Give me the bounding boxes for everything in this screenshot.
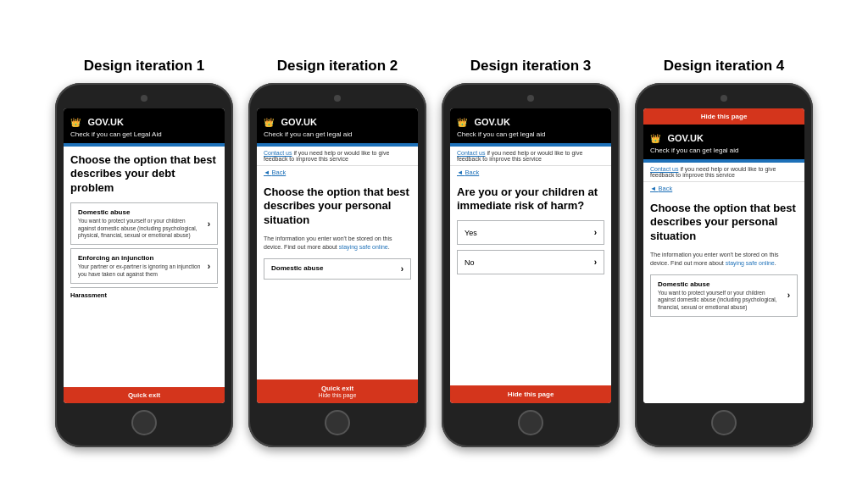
- chevron-icon-1-0: ›: [208, 219, 210, 229]
- list-item-1-1-desc: Your partner or ex-partner is ignoring a…: [78, 263, 203, 278]
- phone-3: 👑 GOV.UK Check if you can get legal aid …: [442, 83, 620, 447]
- iteration-3-block: Design iteration 3 👑 GOV.UK Check if you…: [442, 58, 620, 447]
- crown-icon-3: 👑: [457, 118, 467, 127]
- phone-1-top-bar: [64, 95, 225, 102]
- phone-2-home-button: [325, 410, 350, 435]
- list-item-1-1[interactable]: Enforcing an injunction Your partner or …: [70, 248, 218, 284]
- phone-2-screen: 👑 GOV.UK Check if you can get legal aid …: [257, 108, 418, 403]
- crown-icon-1: 👑: [70, 118, 81, 127]
- phone-1-bottom-bar: [64, 410, 225, 435]
- partial-title-1: Harassment: [70, 291, 218, 299]
- hide-page-top-4[interactable]: Hide this page: [643, 108, 804, 125]
- no-label-3: No: [465, 258, 475, 267]
- list-item-1-1-content: Enforcing an injunction Your partner or …: [78, 254, 203, 278]
- partial-item-1: Harassment: [70, 287, 218, 302]
- gov-title-2: GOV.UK: [281, 117, 316, 127]
- gov-title-1: GOV.UK: [87, 117, 123, 127]
- phone-4-top-bar: [643, 95, 804, 102]
- iteration-1-block: Design iteration 1 👑 GOV.UK Check if you…: [55, 58, 233, 447]
- phone-1-home-button: [131, 410, 157, 435]
- gov-subtitle-1: Check if you can get Legal Aid: [70, 130, 218, 138]
- list-item-4-0-title: Domestic abuse: [658, 280, 782, 288]
- phone-3-camera: [527, 95, 534, 102]
- main-container: Design iteration 1 👑 GOV.UK Check if you…: [55, 58, 813, 447]
- info-link-4[interactable]: staying safe online: [726, 260, 775, 266]
- gov-subtitle-4: Check if you can get legal aid: [650, 147, 798, 154]
- chevron-icon-1-1: ›: [208, 262, 210, 271]
- phone-4-home-button: [711, 410, 737, 435]
- gov-title-3: GOV.UK: [474, 117, 509, 127]
- back-link-3[interactable]: ◄ Back: [450, 166, 611, 179]
- contact-link-4[interactable]: Contact us: [650, 166, 678, 172]
- list-item-4-0-desc: You want to protect yourself or your chi…: [658, 290, 782, 311]
- content-area-4: Choose the option that best describes yo…: [643, 195, 804, 403]
- phone-3-top-bar: [450, 95, 611, 102]
- phone-3-bottom-bar: [450, 410, 611, 435]
- hide-this-page-2: Hide this page: [264, 392, 411, 398]
- phone-1: 👑 GOV.UK Check if you can get Legal Aid …: [55, 83, 233, 447]
- content-area-3: Are you or your children at immediate ri…: [450, 179, 611, 385]
- phone-4-camera: [721, 95, 727, 102]
- hide-page-bottom-3[interactable]: Hide this page: [450, 385, 611, 403]
- quick-exit-1[interactable]: Quick exit: [64, 387, 225, 403]
- list-item-1-0-content: Domestic abuse You want to protect yours…: [78, 208, 203, 239]
- crown-icon-2: 👑: [264, 118, 274, 127]
- phone-2-bottom-bar: [257, 410, 418, 435]
- list-item-1-0-title: Domestic abuse: [78, 208, 203, 216]
- list-item-1-0[interactable]: Domestic abuse You want to protect yours…: [70, 202, 218, 245]
- yes-option-3[interactable]: Yes ›: [457, 220, 604, 245]
- iteration-2-block: Design iteration 2 👑 GOV.UK Check if you…: [248, 58, 426, 447]
- iteration-2-title: Design iteration 2: [277, 58, 398, 75]
- iteration-4-block: Design iteration 4 Hide this page 👑 GOV.…: [635, 58, 813, 447]
- phone-2: 👑 GOV.UK Check if you can get legal aid …: [248, 83, 426, 447]
- gov-title-4: GOV.UK: [667, 133, 703, 143]
- gov-subtitle-3: Check if you can get legal aid: [457, 130, 604, 138]
- gov-header-4: 👑 GOV.UK Check if you can get legal aid: [643, 125, 804, 159]
- gov-subtitle-2: Check if you can get legal aid: [264, 130, 411, 138]
- quick-exit-title-2: Quick exit: [264, 385, 411, 392]
- contact-bar-3: Contact us if you need help or would lik…: [450, 147, 611, 166]
- list-item-2-0[interactable]: Domestic abuse ›: [264, 258, 411, 280]
- iteration-4-title: Design iteration 4: [664, 58, 785, 75]
- no-option-3[interactable]: No ›: [457, 250, 604, 274]
- back-link-4[interactable]: ◄ Back: [643, 182, 804, 195]
- list-item-4-0[interactable]: Domestic abuse You want to protect yours…: [650, 274, 798, 317]
- main-heading-4: Choose the option that best describes yo…: [650, 202, 798, 245]
- gov-header-1: 👑 GOV.UK Check if you can get Legal Aid: [64, 108, 225, 143]
- gov-header-2: 👑 GOV.UK Check if you can get legal aid: [257, 108, 418, 143]
- back-link-2[interactable]: ◄ Back: [257, 166, 418, 179]
- content-area-2: Choose the option that best describes yo…: [257, 179, 418, 379]
- info-text-4: The information you enter won't be store…: [650, 251, 798, 268]
- contact-link-2[interactable]: Contact us: [264, 150, 292, 156]
- phone-4-screen: Hide this page 👑 GOV.UK Check if you can…: [643, 108, 804, 403]
- info-text-2: The information you enter won't be store…: [264, 235, 411, 252]
- info-link-2[interactable]: staying safe online: [339, 244, 388, 250]
- list-item-4-0-content: Domestic abuse You want to protect yours…: [658, 280, 782, 311]
- phone-3-home-button: [518, 410, 543, 435]
- list-item-2-0-title: Domestic abuse: [271, 264, 396, 272]
- iteration-1-title: Design iteration 1: [84, 58, 205, 75]
- list-item-1-1-title: Enforcing an injunction: [78, 254, 203, 262]
- chevron-icon-2-0: ›: [401, 264, 403, 274]
- main-heading-2: Choose the option that best describes yo…: [264, 186, 411, 229]
- contact-link-3[interactable]: Contact us: [457, 150, 485, 156]
- phone-4-bottom-bar: [643, 410, 804, 435]
- no-chevron-3: ›: [594, 258, 597, 267]
- list-item-2-0-content: Domestic abuse: [271, 264, 396, 274]
- phone-3-screen: 👑 GOV.UK Check if you can get legal aid …: [450, 108, 611, 403]
- phone-4: Hide this page 👑 GOV.UK Check if you can…: [635, 83, 813, 447]
- phone-2-top-bar: [257, 95, 418, 102]
- phone-1-screen: 👑 GOV.UK Check if you can get Legal Aid …: [64, 108, 225, 403]
- contact-bar-2: Contact us if you need help or would lik…: [257, 147, 418, 166]
- main-heading-1: Choose the option that best describes yo…: [70, 153, 218, 197]
- quick-exit-block-2[interactable]: Quick exit Hide this page: [257, 379, 418, 403]
- yes-label-3: Yes: [465, 229, 477, 237]
- crown-icon-4: 👑: [650, 134, 660, 143]
- content-area-1: Choose the option that best describes yo…: [64, 147, 225, 387]
- phone-2-camera: [334, 95, 341, 102]
- phone-1-camera: [141, 95, 147, 102]
- main-heading-3: Are you or your children at immediate ri…: [457, 186, 604, 214]
- gov-header-3: 👑 GOV.UK Check if you can get legal aid: [450, 108, 611, 143]
- list-item-1-0-desc: You want to protect yourself or your chi…: [78, 218, 203, 239]
- chevron-icon-4-0: ›: [787, 291, 790, 300]
